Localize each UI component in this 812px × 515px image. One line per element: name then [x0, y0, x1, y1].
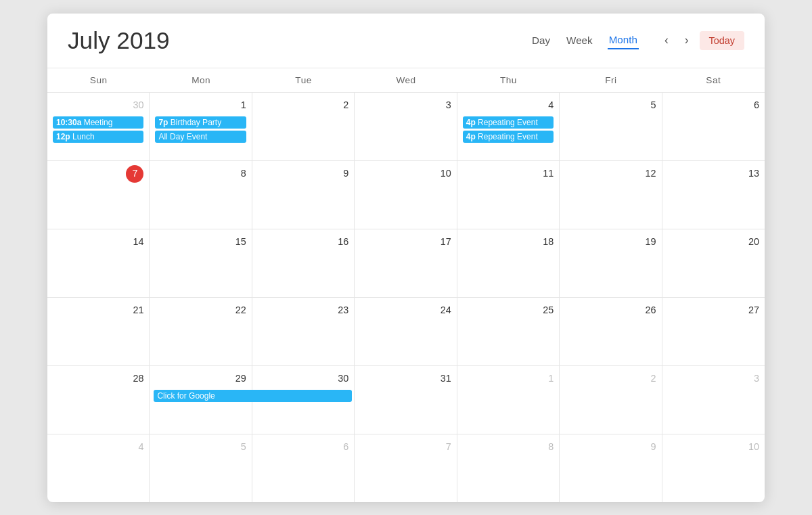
day-cell[interactable]: 29Click for Google: [150, 366, 252, 434]
view-day-button[interactable]: Day: [531, 32, 551, 49]
day-cell[interactable]: 8: [150, 161, 252, 229]
day-cell[interactable]: 5: [150, 434, 252, 502]
day-cell[interactable]: 17p Birthday PartyAll Day Event: [150, 93, 252, 160]
day-cell[interactable]: 4: [47, 434, 150, 502]
day-cell[interactable]: 3: [662, 366, 765, 434]
day-header-wed: Wed: [355, 68, 457, 92]
today-number: 7: [126, 165, 143, 183]
day-number: 15: [155, 233, 246, 251]
calendar-event[interactable]: 7p Birthday Party: [155, 116, 246, 129]
day-header-fri: Fri: [560, 68, 662, 92]
day-cell[interactable]: 9: [252, 161, 355, 229]
day-cell[interactable]: 7: [47, 161, 150, 229]
day-cell[interactable]: 20: [662, 229, 765, 297]
day-number: 28: [53, 370, 143, 388]
day-cell[interactable]: 14: [47, 229, 150, 297]
day-header-mon: Mon: [150, 68, 252, 92]
day-number: 14: [53, 233, 143, 251]
day-cell[interactable]: 24: [355, 298, 457, 365]
day-number: 16: [258, 233, 348, 251]
day-number: 3: [360, 97, 451, 114]
day-number: 22: [155, 302, 246, 319]
day-cell[interactable]: 27: [662, 298, 765, 365]
day-cell[interactable]: 26: [560, 298, 662, 365]
day-number: 1: [155, 97, 246, 114]
calendar-event[interactable]: 4p Repeating Event: [463, 116, 554, 129]
week-row: 3010:30a Meeting12p Lunch17p Birthday Pa…: [47, 93, 765, 161]
day-number: 12: [565, 165, 656, 183]
day-cell[interactable]: 6: [252, 434, 355, 502]
day-cell[interactable]: 31: [355, 366, 457, 434]
week-row: 2829Click for Google3031123: [47, 366, 765, 434]
day-number: 3: [668, 370, 759, 388]
day-number: 24: [360, 302, 451, 319]
day-cell[interactable]: 6: [662, 93, 765, 160]
week-row: 14151617181920: [47, 229, 765, 298]
day-headers: SunMonTueWedThuFriSat: [47, 68, 765, 93]
day-number: 6: [668, 97, 759, 114]
day-cell[interactable]: 21: [47, 298, 150, 365]
day-number: 25: [463, 302, 554, 319]
day-header-sun: Sun: [47, 68, 150, 92]
view-controls: Day Week Month: [531, 31, 639, 49]
day-cell[interactable]: 11: [457, 161, 560, 229]
day-cell[interactable]: 17: [355, 229, 457, 297]
day-header-thu: Thu: [457, 68, 560, 92]
day-cell[interactable]: 28: [47, 366, 150, 434]
prev-button[interactable]: ‹: [659, 30, 674, 50]
day-number: 7: [360, 439, 451, 456]
day-cell[interactable]: 15: [150, 229, 252, 297]
day-number: 13: [668, 165, 759, 183]
day-cell[interactable]: 16: [252, 229, 355, 297]
view-month-button[interactable]: Month: [608, 31, 639, 49]
day-number: 6: [258, 439, 348, 456]
weeks: 3010:30a Meeting12p Lunch17p Birthday Pa…: [47, 93, 765, 502]
day-cell[interactable]: 9: [560, 434, 662, 502]
week-row: 45678910: [47, 434, 765, 502]
day-number: 5: [155, 439, 246, 456]
calendar-event[interactable]: 4p Repeating Event: [463, 131, 554, 143]
day-cell[interactable]: 44p Repeating Event4p Repeating Event: [457, 93, 560, 160]
nav-controls: ‹ › Today: [659, 30, 744, 50]
view-week-button[interactable]: Week: [565, 32, 594, 49]
day-cell[interactable]: 10: [355, 161, 457, 229]
day-number: 11: [463, 165, 554, 183]
day-number: 30: [53, 97, 143, 114]
day-cell[interactable]: 13: [662, 161, 765, 229]
day-number: 21: [53, 302, 143, 319]
day-cell[interactable]: 19: [560, 229, 662, 297]
day-cell[interactable]: 7: [355, 434, 457, 502]
calendar-event[interactable]: All Day Event: [155, 131, 246, 143]
calendar-grid: SunMonTueWedThuFriSat 3010:30a Meeting12…: [47, 68, 765, 502]
day-number: 23: [258, 302, 348, 319]
day-cell[interactable]: 23: [252, 298, 355, 365]
day-cell[interactable]: 12: [560, 161, 662, 229]
next-button[interactable]: ›: [679, 30, 694, 50]
day-cell[interactable]: 25: [457, 298, 560, 365]
calendar-title: July 2019: [68, 27, 517, 54]
day-number: 30: [258, 370, 348, 388]
day-cell[interactable]: 2: [252, 93, 355, 160]
day-number: 2: [258, 97, 348, 114]
day-cell[interactable]: 1: [457, 366, 560, 434]
day-cell[interactable]: 8: [457, 434, 560, 502]
day-number: 2: [565, 370, 656, 388]
day-number: 1: [463, 370, 554, 388]
day-cell[interactable]: 5: [560, 93, 662, 160]
calendar-event[interactable]: 10:30a Meeting: [53, 116, 143, 129]
day-number: 26: [565, 302, 656, 319]
week-row: 21222324252627: [47, 298, 765, 366]
calendar-container: July 2019 Day Week Month ‹ › Today SunMo…: [47, 14, 765, 502]
calendar-event[interactable]: 12p Lunch: [53, 131, 143, 143]
day-cell[interactable]: 3: [355, 93, 457, 160]
day-cell[interactable]: 10: [662, 434, 765, 502]
calendar-event[interactable]: Click for Google: [154, 390, 352, 402]
day-number: 29: [155, 370, 246, 388]
today-button[interactable]: Today: [700, 31, 744, 50]
day-cell[interactable]: 18: [457, 229, 560, 297]
day-number: 8: [155, 165, 246, 183]
day-cell[interactable]: 3010:30a Meeting12p Lunch: [47, 93, 150, 160]
day-cell[interactable]: 22: [150, 298, 252, 365]
day-header-sat: Sat: [662, 68, 765, 92]
day-cell[interactable]: 2: [560, 366, 662, 434]
